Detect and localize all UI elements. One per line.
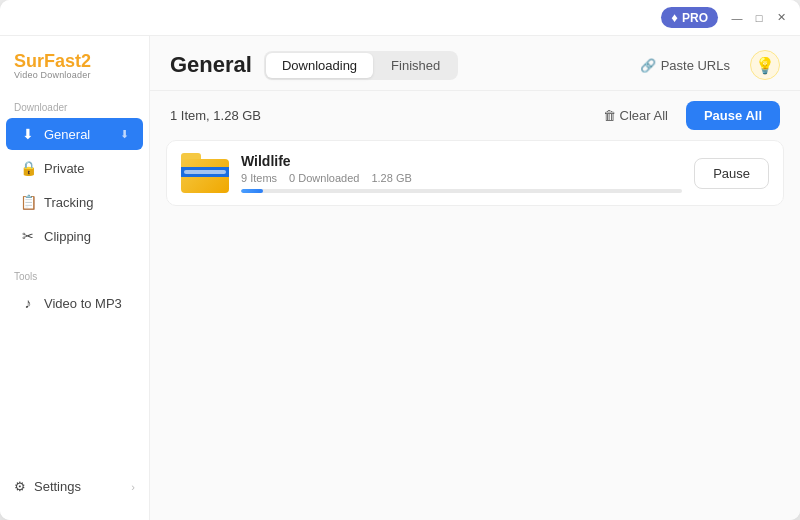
maximize-button[interactable]: □ — [752, 11, 766, 25]
tab-group: Downloading Finished — [264, 51, 458, 80]
table-row: Wildlife 9 Items 0 Downloaded 1.28 GB Pa… — [166, 140, 784, 206]
lock-icon: 🔒 — [20, 160, 36, 176]
page-title: General — [170, 52, 252, 78]
download-icon: ⬇ — [20, 126, 36, 142]
tab-finished[interactable]: Finished — [375, 53, 456, 78]
content-header: General Downloading Finished 🔗 Paste URL… — [150, 36, 800, 91]
clipping-icon: ✂ — [20, 228, 36, 244]
sidebar-item-label: Video to MP3 — [44, 296, 122, 311]
tracking-icon: 📋 — [20, 194, 36, 210]
bulb-icon: 💡 — [755, 56, 775, 75]
window-controls: — □ ✕ — [730, 11, 788, 25]
paste-urls-label: Paste URLs — [661, 58, 730, 73]
minimize-button[interactable]: — — [730, 11, 744, 25]
download-arrow-icon: ⬇ — [120, 128, 129, 141]
sidebar-item-label: Clipping — [44, 229, 91, 244]
clear-all-label: Clear All — [620, 108, 668, 123]
pro-label: PRO — [682, 11, 708, 25]
close-button[interactable]: ✕ — [774, 11, 788, 25]
toolbar-right: 🗑 Clear All Pause All — [595, 101, 780, 130]
sidebar-item-label: Private — [44, 161, 84, 176]
sidebar-item-label: Tracking — [44, 195, 93, 210]
sidebar-item-private[interactable]: 🔒 Private — [6, 152, 143, 184]
paste-urls-button[interactable]: 🔗 Paste URLs — [632, 53, 738, 78]
toolbar: 1 Item, 1.28 GB 🗑 Clear All Pause All — [150, 91, 800, 140]
pause-button[interactable]: Pause — [694, 158, 769, 189]
app-window: ♦ PRO — □ ✕ SurFast2 Video Downloader Do… — [0, 0, 800, 520]
item-count: 1 Item, 1.28 GB — [170, 108, 261, 123]
sidebar-bottom: ⚙ Settings › — [0, 465, 149, 508]
tools-section-label: Tools — [0, 265, 149, 286]
downloader-section-label: Downloader — [0, 96, 149, 117]
title-bar: ♦ PRO — □ ✕ — [0, 0, 800, 36]
item-count-meta: 9 Items — [241, 172, 277, 184]
sidebar: SurFast2 Video Downloader Downloader ⬇ G… — [0, 36, 150, 520]
item-name: Wildlife — [241, 153, 682, 169]
brand-subtitle: Video Downloader — [14, 70, 135, 80]
header-actions: 🔗 Paste URLs 💡 — [632, 50, 780, 80]
folder-icon — [181, 153, 229, 193]
settings-label: Settings — [34, 479, 81, 494]
sidebar-item-label: General — [44, 127, 90, 142]
bulb-button[interactable]: 💡 — [750, 50, 780, 80]
chevron-right-icon: › — [131, 481, 135, 493]
content-area: General Downloading Finished 🔗 Paste URL… — [150, 36, 800, 520]
pro-badge[interactable]: ♦ PRO — [661, 7, 718, 28]
link-icon: 🔗 — [640, 58, 656, 73]
trash-icon: 🗑 — [603, 108, 616, 123]
item-downloaded: 0 Downloaded — [289, 172, 359, 184]
brand-number: 2 — [81, 51, 91, 71]
sidebar-item-tracking[interactable]: 📋 Tracking — [6, 186, 143, 218]
gear-icon: ⚙ — [14, 479, 26, 494]
tab-downloading[interactable]: Downloading — [266, 53, 373, 78]
progress-bar — [241, 189, 682, 193]
clear-all-button[interactable]: 🗑 Clear All — [595, 103, 676, 128]
main-layout: SurFast2 Video Downloader Downloader ⬇ G… — [0, 36, 800, 520]
music-icon: ♪ — [20, 295, 36, 311]
app-logo: SurFast2 Video Downloader — [0, 48, 149, 96]
sidebar-item-video-to-mp3[interactable]: ♪ Video to MP3 — [6, 287, 143, 319]
item-size: 1.28 GB — [371, 172, 411, 184]
brand-name: SurFast2 — [14, 52, 135, 70]
sidebar-item-clipping[interactable]: ✂ Clipping — [6, 220, 143, 252]
download-list: Wildlife 9 Items 0 Downloaded 1.28 GB Pa… — [150, 140, 800, 520]
progress-fill — [241, 189, 263, 193]
settings-item[interactable]: ⚙ Settings › — [0, 471, 149, 502]
sidebar-item-general[interactable]: ⬇ General ⬇ — [6, 118, 143, 150]
item-meta: 9 Items 0 Downloaded 1.28 GB — [241, 172, 682, 184]
brand-text: SurFast — [14, 51, 81, 71]
item-info: Wildlife 9 Items 0 Downloaded 1.28 GB — [241, 153, 682, 193]
diamond-icon: ♦ — [671, 10, 678, 25]
pause-all-button[interactable]: Pause All — [686, 101, 780, 130]
